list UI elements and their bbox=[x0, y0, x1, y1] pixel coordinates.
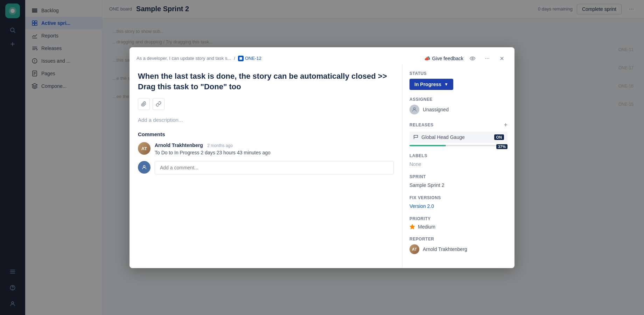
releases-add-button[interactable]: + bbox=[504, 121, 507, 129]
comment-content: Arnold Trakhtenberg 2 months ago To Do t… bbox=[155, 142, 394, 155]
comment-item: AT Arnold Trakhtenberg 2 months ago To D… bbox=[138, 142, 394, 155]
comments-label: Comments bbox=[138, 131, 394, 137]
comment-author: Arnold Trakhtenberg bbox=[155, 142, 203, 148]
modal-actions: 📣 Give feedback ··· bbox=[424, 53, 508, 64]
feedback-icon: 📣 bbox=[424, 56, 430, 61]
give-feedback-label: Give feedback bbox=[432, 56, 464, 61]
comment-text: To Do to In Progress 2 days 23 hours 43 … bbox=[155, 150, 394, 155]
reporter-avatar: AT bbox=[410, 244, 419, 254]
comment-time: 2 months ago bbox=[207, 143, 233, 148]
more-options-button[interactable]: ··· bbox=[482, 53, 493, 64]
task-modal: As a developer, I can update story and t… bbox=[130, 47, 514, 268]
labels-section: Labels None bbox=[410, 153, 507, 167]
modal-title: When the last task is done, the story ca… bbox=[138, 71, 394, 93]
svg-point-28 bbox=[472, 58, 473, 59]
status-section: Status In Progress ▼ bbox=[410, 71, 507, 90]
assignee-section: Assignee Unassigned bbox=[410, 97, 507, 114]
reporter-section: Reporter AT Arnold Trakhtenberg bbox=[410, 237, 507, 254]
priority-row: Medium bbox=[410, 224, 507, 230]
task-type-icon bbox=[238, 56, 244, 61]
releases-label: Releases bbox=[410, 122, 434, 127]
modal-toolbar bbox=[138, 98, 394, 110]
modal-body: When the last task is done, the story ca… bbox=[130, 64, 514, 268]
svg-rect-27 bbox=[239, 57, 242, 60]
task-id-label: ONE-12 bbox=[245, 56, 261, 61]
reporter-name: Arnold Trakhtenberg bbox=[423, 246, 467, 252]
link-button[interactable] bbox=[153, 98, 164, 110]
give-feedback-button[interactable]: 📣 Give feedback bbox=[424, 56, 464, 61]
releases-header: Releases + bbox=[410, 121, 507, 129]
status-button[interactable]: In Progress ▼ bbox=[410, 79, 453, 90]
status-label: Status bbox=[410, 71, 507, 76]
status-chevron-icon: ▼ bbox=[444, 82, 448, 87]
assignee-row[interactable]: Unassigned bbox=[410, 105, 507, 114]
release-progress-bar-bg bbox=[410, 145, 507, 146]
sprint-section: Sprint Sample Sprint 2 bbox=[410, 174, 507, 188]
sprint-value: Sample Sprint 2 bbox=[410, 182, 444, 188]
priority-value: Medium bbox=[418, 224, 435, 230]
modal-left-panel: When the last task is done, the story ca… bbox=[130, 64, 402, 268]
releases-section: Releases + Global Head Gauge ON 37% bbox=[410, 121, 507, 146]
priority-section: Priority Medium bbox=[410, 216, 507, 230]
modal-overlay[interactable]: As a developer, I can update story and t… bbox=[0, 0, 644, 315]
reporter-label: Reporter bbox=[410, 237, 507, 241]
close-button[interactable] bbox=[496, 53, 507, 64]
modal-right-panel: Status In Progress ▼ Assignee Unassigned bbox=[402, 64, 514, 268]
commenter-avatar: AT bbox=[138, 142, 150, 155]
labels-label: Labels bbox=[410, 153, 507, 158]
breadcrumb-sep: / bbox=[234, 56, 235, 61]
breadcrumb-id[interactable]: ONE-12 bbox=[238, 56, 261, 61]
sprint-label: Sprint bbox=[410, 174, 507, 179]
modal-header: As a developer, I can update story and t… bbox=[130, 47, 514, 64]
priority-label: Priority bbox=[410, 216, 507, 221]
labels-value: None bbox=[410, 161, 421, 167]
watch-button[interactable] bbox=[467, 53, 478, 64]
add-comment-input[interactable] bbox=[155, 161, 394, 174]
release-name: Global Head Gauge bbox=[421, 134, 491, 140]
release-progress-label: 37% bbox=[496, 144, 507, 149]
unassigned-avatar bbox=[410, 105, 419, 114]
reporter-row: AT Arnold Trakhtenberg bbox=[410, 244, 507, 254]
svg-point-31 bbox=[143, 166, 145, 167]
current-user-avatar bbox=[138, 161, 150, 174]
fix-versions-section: Fix versions Version 2.0 bbox=[410, 195, 507, 209]
fix-versions-label: Fix versions bbox=[410, 195, 507, 200]
assignee-label: Assignee bbox=[410, 97, 507, 102]
status-value: In Progress bbox=[414, 82, 441, 87]
fix-version-link[interactable]: Version 2.0 bbox=[410, 203, 434, 209]
breadcrumb-text: As a developer, I can update story and t… bbox=[136, 56, 231, 61]
attach-button[interactable] bbox=[138, 98, 150, 110]
assignee-name: Unassigned bbox=[423, 107, 449, 112]
release-badge: ON bbox=[494, 134, 504, 140]
svg-point-32 bbox=[413, 107, 415, 109]
release-progress-bar-fill bbox=[410, 145, 446, 146]
description-placeholder[interactable]: Add a description... bbox=[138, 117, 394, 123]
release-item[interactable]: Global Head Gauge ON bbox=[410, 132, 507, 143]
add-comment-area bbox=[138, 161, 394, 174]
